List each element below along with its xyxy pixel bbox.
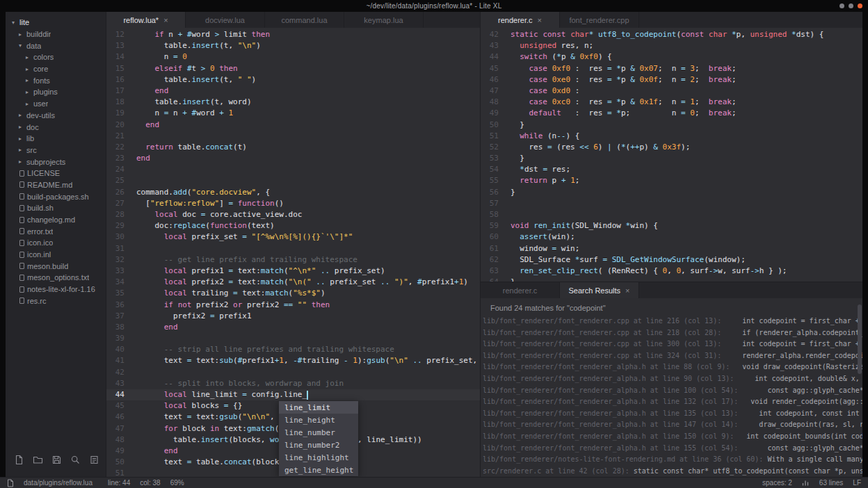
code-line-35[interactable]: 35 local trailing = text:match("%s*$") — [106, 288, 480, 299]
tab-close-icon[interactable]: × — [163, 16, 168, 24]
tab-reflow-lua[interactable]: reflow.lua*× — [106, 12, 186, 28]
code-line-39[interactable]: 39 — [106, 333, 480, 344]
maximize-button[interactable] — [849, 3, 853, 8]
search-result-row[interactable]: lib/font_renderer/font_renderer.cpp at l… — [481, 316, 862, 327]
autocomplete-item-line-height[interactable]: line_height — [279, 414, 358, 426]
search-result-row[interactable]: lib/font_renderer/font_renderer_alpha.h … — [481, 385, 862, 397]
code-line-44[interactable]: 44 switch (*p & 0xf0) { — [481, 51, 862, 63]
search-result-row[interactable]: lib/font_renderer/font_renderer.cpp at l… — [481, 339, 862, 350]
code-line-43[interactable]: 43 -- split into blocks, wordwrap and jo… — [106, 378, 480, 389]
search-result-row[interactable]: lib/font_renderer/font_renderer_alpha.h … — [481, 419, 862, 431]
tree-item-meson-build[interactable]: meson.build — [6, 260, 106, 272]
code-line-29[interactable]: 29 doc:replace(function(text) — [106, 220, 480, 231]
code-line-54[interactable]: 54 *dst = res; — [481, 164, 862, 175]
tree-item-changelog-md[interactable]: changelog.md — [6, 214, 106, 226]
code-line-31[interactable]: 31 — [106, 243, 480, 254]
search-result-row[interactable]: lib/font_renderer/font_renderer_alpha.h … — [481, 361, 862, 373]
code-line-51[interactable]: 51 while (n--) { — [481, 131, 862, 142]
minimize-button[interactable] — [839, 3, 844, 8]
tree-item-subprojects[interactable]: ▸subprojects — [6, 156, 106, 168]
code-line-21[interactable]: 21 — [106, 131, 480, 142]
code-line-55[interactable]: 55 return p + 1; — [481, 175, 862, 186]
code-line-42[interactable]: 42 — [106, 367, 480, 378]
search-result-row[interactable]: lib/font_renderer/notes-lite-font-render… — [481, 454, 862, 466]
tree-item-core[interactable]: ▸core — [6, 63, 106, 75]
code-line-32[interactable]: 32 -- get line prefix and trailing white… — [106, 254, 480, 266]
tree-item-build-sh[interactable]: build.sh — [6, 202, 106, 214]
autocomplete-item-line-highlight[interactable]: line_highlight — [279, 451, 358, 464]
code-line-62[interactable]: 62 SDL_Surface *surf = SDL_GetWindowSurf… — [481, 254, 862, 266]
right-editor[interactable]: 42static const char* utf8_to_codepoint(c… — [481, 28, 862, 282]
tree-item-builddir[interactable]: ▸builddir — [6, 29, 106, 40]
tree-item-icon-ico[interactable]: icon.ico — [6, 237, 106, 249]
code-line-14[interactable]: 14 n = 0 — [106, 51, 480, 63]
tree-item-user[interactable]: ▸user — [6, 98, 106, 110]
code-line-22[interactable]: 22 return table.concat(t) — [106, 142, 480, 153]
tree-item-data[interactable]: ▾data — [6, 40, 106, 51]
tree-item-lite[interactable]: ▾lite — [6, 17, 106, 29]
code-line-27[interactable]: 27 ["reflow:reflow"] = function() — [106, 198, 480, 209]
code-line-26[interactable]: 26command.add("core.docview", { — [106, 187, 480, 198]
scrollbar-thumb[interactable] — [858, 304, 862, 374]
code-line-64[interactable]: 64} — [481, 277, 862, 282]
search-result-row[interactable]: src/renderer.c at line 42 (col 28): stat… — [481, 466, 862, 477]
tab-font-renderer-cpp[interactable]: font_renderer.cpp — [560, 12, 639, 28]
code-line-40[interactable]: 40 -- strip all line prefixes and traili… — [106, 344, 480, 355]
code-line-23[interactable]: 23end — [106, 153, 480, 164]
tree-item-readme-md[interactable]: README.md — [6, 179, 106, 191]
code-line-12[interactable]: 12 if n + #word > limit then — [106, 29, 480, 40]
open-folder-icon[interactable] — [33, 455, 43, 465]
search-result-row[interactable]: lib/font_renderer/font_renderer_alpha.h … — [481, 396, 862, 408]
code-line-41[interactable]: 41 text = text:sub(#prefix1+1, -#trailin… — [106, 355, 480, 366]
log-icon[interactable] — [89, 455, 99, 465]
autocomplete-item-get-line-height[interactable]: get_line_height — [279, 464, 358, 476]
tree-item-license[interactable]: LICENSE — [6, 168, 106, 179]
code-line-20[interactable]: 20 end — [106, 120, 480, 131]
search-result-row[interactable]: lib/font_renderer/font_renderer_alpha.h … — [481, 408, 862, 420]
code-line-33[interactable]: 33 local prefix1 = text:match("^\n*" .. … — [106, 266, 480, 277]
tree-item-meson-options-txt[interactable]: meson_options.txt — [6, 272, 106, 284]
tree-item-doc[interactable]: ▸doc — [6, 121, 106, 133]
tab-keymap-lua[interactable]: keymap.lua — [344, 12, 424, 28]
tree-item-lib[interactable]: ▸lib — [6, 133, 106, 145]
search-result-row[interactable]: lib/font_renderer/font_renderer_alpha.h … — [481, 443, 862, 455]
tree-item-icon-inl[interactable]: icon.inl — [6, 249, 106, 261]
code-line-37[interactable]: 37 prefix2 = prefix1 — [106, 311, 480, 322]
code-line-25[interactable]: 25 — [106, 175, 480, 186]
tree-item-src[interactable]: ▸src — [6, 145, 106, 156]
code-line-43[interactable]: 43 unsigned res, n; — [481, 40, 862, 51]
code-line-18[interactable]: 18 table.insert(t, word) — [106, 97, 480, 108]
tree-item-build-packages-sh[interactable]: build-packages.sh — [6, 190, 106, 202]
tree-item-plugins[interactable]: ▸plugins — [6, 86, 106, 98]
code-line-24[interactable]: 24 — [106, 164, 480, 175]
tree-item-error-txt[interactable]: error.txt — [6, 225, 106, 237]
code-line-42[interactable]: 42static const char* utf8_to_codepoint(c… — [481, 29, 862, 40]
autocomplete-item-line-number2[interactable]: line_number2 — [279, 439, 358, 451]
code-line-44[interactable]: 44 local line_limit = config.line_ — [106, 389, 480, 400]
code-line-28[interactable]: 28 local doc = core.active_view.doc — [106, 209, 480, 220]
code-line-13[interactable]: 13 table.insert(t, "\n") — [106, 40, 480, 51]
code-line-16[interactable]: 16 table.insert(t, " ") — [106, 74, 480, 86]
code-line-49[interactable]: 49 default : res = *p; n = 0; break; — [481, 108, 862, 119]
tree-item-dev-utils[interactable]: ▸dev-utils — [6, 110, 106, 122]
tree-item-fonts[interactable]: ▸fonts — [6, 74, 106, 86]
tree-item-colors[interactable]: ▸colors — [6, 51, 106, 63]
tab-close-icon[interactable]: × — [625, 286, 629, 295]
search-result-row[interactable]: lib/font_renderer/font_renderer.cpp at l… — [481, 327, 862, 339]
code-line-53[interactable]: 53 } — [481, 153, 862, 164]
code-line-46[interactable]: 46 case 0xe0 : res = *p & 0x0f; n = 2; b… — [481, 74, 862, 86]
code-line-48[interactable]: 48 case 0xc0 : res = *p & 0x1f; n = 1; b… — [481, 97, 862, 108]
code-line-47[interactable]: 47 case 0xd0 : — [481, 86, 862, 97]
code-line-57[interactable]: 57 — [481, 198, 862, 209]
code-line-17[interactable]: 17 end — [106, 86, 480, 97]
code-line-15[interactable]: 15 elseif #t > 0 then — [106, 63, 480, 74]
tree-item-res-rc[interactable]: res.rc — [6, 295, 106, 307]
code-line-60[interactable]: 60 assert(win); — [481, 231, 862, 243]
tab-search-results[interactable]: Search Results× — [560, 282, 639, 298]
code-line-38[interactable]: 38 end — [106, 322, 480, 333]
search-icon[interactable] — [70, 455, 81, 465]
code-line-61[interactable]: 61 window = win; — [481, 243, 862, 254]
search-result-row[interactable]: lib/font_renderer/font_renderer.cpp at l… — [481, 350, 862, 362]
close-button[interactable] — [858, 3, 862, 8]
tab-renderer-c[interactable]: renderer.c — [481, 282, 560, 298]
